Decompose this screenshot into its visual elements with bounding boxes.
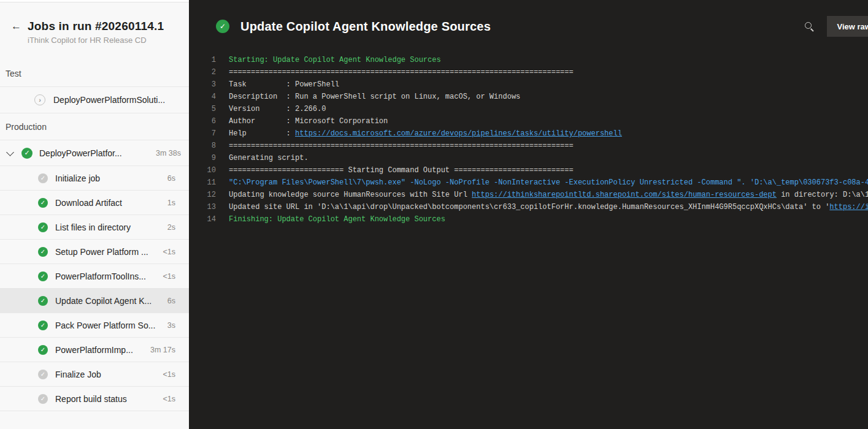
- log-line-text: "C:\Program Files\PowerShell\7\pwsh.exe"…: [229, 177, 868, 189]
- log-line: 1Starting: Update Copilot Agent Knowledg…: [189, 54, 868, 66]
- step-duration: <1s: [163, 395, 189, 403]
- log-text-segment: ========================================…: [229, 142, 574, 150]
- log-line: 7Help : https://docs.microsoft.com/azure…: [189, 127, 868, 140]
- log-line-text: Author : Microsoft Corporation: [229, 115, 388, 127]
- stage-label-production: Production: [0, 113, 189, 140]
- log-line-number[interactable]: 8: [189, 140, 216, 152]
- log-line: 11"C:\Program Files\PowerShell\7\pwsh.ex…: [189, 177, 868, 189]
- step-duration: 6s: [167, 297, 189, 305]
- log-line-number[interactable]: 7: [189, 127, 216, 140]
- step-row[interactable]: ✓Download Artifact1s: [0, 191, 189, 215]
- neutral-check-icon: ✓: [38, 173, 48, 183]
- step-duration: 3m 17s: [150, 346, 189, 354]
- sidebar-header: ← Jobs in run #20260114.1 iThink Copilot…: [0, 2, 189, 45]
- log-line-text: ========================================…: [229, 140, 574, 152]
- log-text-segment: Version : 2.266.0: [229, 105, 326, 113]
- log-text-segment: Description : Run a PowerShell script on…: [229, 93, 520, 101]
- log-line: 6Author : Microsoft Corporation: [189, 115, 868, 127]
- log-line-number[interactable]: 3: [189, 78, 216, 91]
- log-text-segment: Help :: [229, 129, 295, 138]
- log-line-number[interactable]: 12: [189, 189, 216, 201]
- log-line-number[interactable]: 10: [189, 164, 216, 177]
- log-text-segment: Updated site URL in 'D:\a\1\api\drop\Unp…: [229, 203, 829, 211]
- log-text-segment: ========================================…: [229, 68, 574, 77]
- log-text-segment: Starting: Update Copilot Agent Knowledge…: [229, 56, 441, 64]
- stage-label-test: Test: [0, 60, 189, 87]
- log-line-number[interactable]: 6: [189, 115, 216, 127]
- log-line-text: Help : https://docs.microsoft.com/azure/…: [229, 127, 622, 140]
- back-arrow-icon: ←: [11, 20, 21, 32]
- log-text-segment: in directory: D:\a\1/api/drop/Unp: [777, 191, 868, 199]
- step-label: Update Copilot Agent K...: [55, 296, 163, 306]
- log-line-number[interactable]: 11: [189, 177, 216, 189]
- pipeline-name: iThink Copilot for HR Release CD: [28, 36, 164, 45]
- log-line: 9Generating script.: [189, 152, 868, 164]
- search-icon: [804, 21, 814, 31]
- log-line: 2=======================================…: [189, 66, 868, 78]
- log-line-text: Task : PowerShell: [229, 78, 339, 91]
- success-check-icon: ✓: [38, 198, 48, 208]
- log-line-number[interactable]: 13: [189, 201, 216, 213]
- step-row[interactable]: ✓PowerPlatformToolIns...<1s: [0, 264, 189, 289]
- success-check-icon: ✓: [38, 247, 48, 257]
- log-line-number[interactable]: 2: [189, 66, 216, 78]
- log-link[interactable]: https://ithinksharepoi: [829, 203, 868, 211]
- header-actions: View raw log: [800, 16, 868, 37]
- success-check-icon: ✓: [38, 321, 48, 330]
- log-line: 8=======================================…: [189, 140, 868, 152]
- step-row[interactable]: ✓Pack Power Platform So...3s: [0, 313, 189, 338]
- success-check-icon: ✓: [21, 148, 33, 159]
- step-duration: <1s: [163, 370, 189, 379]
- step-row[interactable]: ✓Report build status<1s: [0, 387, 189, 411]
- log-line-text: Updating knowledge source HumanResources…: [229, 189, 868, 201]
- job-label: DeployPowerPlatformSoluti...: [53, 95, 171, 105]
- log-line-number[interactable]: 5: [189, 103, 216, 115]
- neutral-check-icon: ✓: [38, 370, 48, 379]
- step-row[interactable]: ✓Initialize job6s: [0, 166, 189, 191]
- log-text-segment: Updating knowledge source HumanResources…: [229, 191, 472, 199]
- chevron-down-icon: [6, 148, 14, 156]
- step-label: Initialize job: [55, 173, 163, 183]
- step-label: PowerPlatformImp...: [55, 345, 145, 355]
- success-check-icon: ✓: [216, 20, 229, 33]
- step-label: Pack Power Platform So...: [55, 321, 163, 330]
- success-check-icon: ✓: [38, 345, 48, 355]
- log-line-text: Starting: Update Copilot Agent Knowledge…: [229, 54, 441, 66]
- log-line-text: Description : Run a PowerShell script on…: [229, 91, 520, 103]
- log-line: 10========================== Starting Co…: [189, 164, 868, 177]
- search-log-button[interactable]: [800, 17, 818, 36]
- job-row[interactable]: ✓DeployPowerPlatfor...3m 38s: [0, 140, 189, 166]
- log-output: 1Starting: Update Copilot Agent Knowledg…: [189, 54, 868, 226]
- step-row[interactable]: ✓PowerPlatformImp...3m 17s: [0, 338, 189, 362]
- log-link[interactable]: https://ithinksharepointltd.sharepoint.c…: [472, 191, 777, 199]
- view-raw-log-button[interactable]: View raw log: [827, 16, 868, 37]
- back-button[interactable]: ←: [11, 21, 21, 31]
- log-line-number[interactable]: 4: [189, 91, 216, 103]
- success-check-icon: ✓: [38, 296, 48, 306]
- log-line: 4Description : Run a PowerShell script o…: [189, 91, 868, 103]
- jobs-sidebar: ← Jobs in run #20260114.1 iThink Copilot…: [0, 0, 189, 429]
- step-label: Setup Power Platform ...: [55, 247, 158, 257]
- log-text-segment: ========================== Starting Comm…: [229, 166, 574, 175]
- log-text-segment: Finishing: Update Copilot Agent Knowledg…: [229, 215, 445, 224]
- log-link[interactable]: https://docs.microsoft.com/azure/devops/…: [295, 129, 622, 138]
- stage-list: Test›DeployPowerPlatformSoluti...Product…: [0, 60, 189, 411]
- log-line-text: Generating script.: [229, 152, 309, 164]
- step-duration: <1s: [163, 272, 189, 281]
- step-row[interactable]: ✓Finalize Job<1s: [0, 362, 189, 387]
- job-label: DeployPowerPlatfor...: [39, 148, 151, 158]
- log-line-number[interactable]: 1: [189, 54, 216, 66]
- log-line-number[interactable]: 14: [189, 213, 216, 226]
- log-header: ✓ Update Copilot Agent Knowledge Sources…: [189, 0, 868, 37]
- success-check-icon: ✓: [38, 271, 48, 281]
- step-row-selected[interactable]: ✓Update Copilot Agent K...6s: [0, 289, 189, 313]
- job-row[interactable]: ›DeployPowerPlatformSoluti...: [0, 87, 189, 113]
- step-row[interactable]: ✓Setup Power Platform ...<1s: [0, 240, 189, 264]
- neutral-check-icon: ✓: [38, 394, 48, 404]
- step-row[interactable]: ✓List files in directory2s: [0, 215, 189, 240]
- log-text-segment: Author : Microsoft Corporation: [229, 117, 388, 126]
- step-label: Download Artifact: [55, 198, 163, 208]
- log-line-number[interactable]: 9: [189, 152, 216, 164]
- run-title: Jobs in run #20260114.1: [28, 20, 164, 33]
- collapsed-job-chevron-icon: ›: [34, 94, 45, 105]
